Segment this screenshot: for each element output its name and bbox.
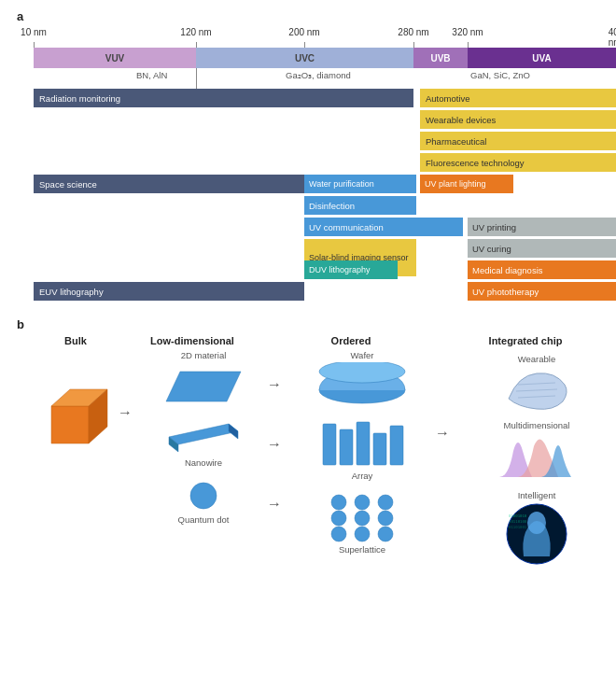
vuv-band: VUV <box>34 48 196 68</box>
svg-point-28 <box>527 512 546 534</box>
svg-point-21 <box>331 527 346 541</box>
bar-uv-curing: UV curing <box>468 239 616 258</box>
uva-label: UVA <box>532 53 551 63</box>
app-row-uv-comm: UV communication UV printing <box>34 218 616 236</box>
label-fluoro: Fluorescence technology <box>426 158 525 168</box>
shape-array: Array <box>315 415 409 481</box>
svg-point-9 <box>319 362 405 383</box>
app-row-euv: EUV lithography UV phototherapy <box>34 282 616 301</box>
svg-point-16 <box>355 495 370 510</box>
svg-point-18 <box>331 511 346 526</box>
label-space: Space science <box>39 179 97 190</box>
bar-phototherapy: UV phototherapy <box>468 282 616 301</box>
app-row-duv: DUV lithography Medical diagnosis <box>34 260 616 279</box>
shape-nanowire: Nanowire <box>161 416 245 468</box>
label-intelligent: Intelligent <box>518 490 556 500</box>
bar-radiation-monitoring: Radiation monitoring <box>34 89 413 107</box>
multidim-icon <box>495 432 579 483</box>
shape-wafer: Wafer <box>315 350 409 411</box>
label-euv: EUV lithography <box>39 287 104 297</box>
col-headers: Bulk Low-dimensional Ordered Integrated … <box>34 335 616 346</box>
intelligent-icon: 01001010 10110100 01101001 <box>505 502 568 566</box>
part-b-content: → 2D material <box>34 350 616 566</box>
shape-quantum-dot: Quantum dot <box>178 477 230 525</box>
section-b-label: b <box>17 317 599 331</box>
integrated-wearable: Wearable <box>457 354 616 413</box>
bulk-col <box>34 350 118 445</box>
bar-disinfection: Disinfection <box>304 196 416 215</box>
material-ga2o3: Ga₂O₃, diamond <box>286 70 351 80</box>
app-row-wearable: Wearable devices <box>34 110 616 129</box>
part-b: b Bulk Low-dimensional Ordered Integrate… <box>17 317 599 566</box>
superlattice-icon <box>325 488 399 544</box>
material-gan: GaN, SiC, ZnO <box>470 70 530 80</box>
svg-text:01001010: 01001010 <box>509 513 527 518</box>
quantum-dot-icon <box>185 477 222 514</box>
bar-pharma: Pharmaceutical <box>420 132 616 150</box>
svg-marker-4 <box>169 424 238 444</box>
label-2d-material: 2D material <box>181 350 227 360</box>
label-wearable-int: Wearable <box>518 354 556 364</box>
label-array: Array <box>352 471 373 481</box>
bulk-cube-icon <box>42 378 109 445</box>
array-icon <box>315 415 409 471</box>
svg-marker-3 <box>166 372 241 401</box>
col-header-ordered: Ordered <box>267 335 435 346</box>
label-radiation: Radiation monitoring <box>39 93 120 104</box>
app-row-space: Space science Water purification UV plan… <box>34 175 616 193</box>
integrated-col: Wearable Multidimensional <box>457 350 616 566</box>
label-uv-curing: UV curing <box>472 244 511 254</box>
arrow-bulk-to-lowdim: → <box>118 350 140 421</box>
wearable-icon <box>499 366 574 413</box>
wafer-icon <box>315 362 409 411</box>
svg-point-7 <box>190 483 217 509</box>
arrow3: → <box>267 496 289 513</box>
label-pharma: Pharmaceutical <box>426 136 486 147</box>
svg-point-17 <box>378 495 393 510</box>
bar-fluoro: Fluorescence technology <box>420 153 616 172</box>
shape-2d: 2D material <box>161 350 245 411</box>
vuv-label: VUV <box>105 53 125 63</box>
bar-duv: DUV lithography <box>304 260 398 279</box>
nm-120: 120 nm <box>180 27 211 37</box>
nanowire-icon <box>161 416 245 457</box>
nm-280: 280 nm <box>398 27 428 37</box>
part-a: a 10 nm 120 nm 200 nm 280 nm 320 nm 400 … <box>17 9 599 301</box>
svg-point-22 <box>355 527 370 541</box>
svg-rect-14 <box>390 426 403 465</box>
bar-medical: Medical diagnosis <box>468 260 616 279</box>
nm-320: 320 nm <box>452 27 483 37</box>
bar-uv-plant: UV plant lighting <box>420 175 513 193</box>
app-row-solar: Solar-blind imaging sensor UV curing <box>34 239 616 258</box>
svg-point-20 <box>378 511 393 526</box>
app-row-fluoro: Fluorescence technology <box>34 153 616 172</box>
label-phototherapy: UV phototherapy <box>472 287 539 297</box>
label-automotive: Automotive <box>426 93 470 104</box>
svg-marker-0 <box>51 406 89 443</box>
uvb-band: UVB <box>413 48 468 68</box>
app-row-radiation: Radiation monitoring Automotive <box>34 89 616 107</box>
bar-automotive: Automotive <box>420 89 616 107</box>
label-nanowire: Nanowire <box>185 457 222 468</box>
app-row-pharma: Pharmaceutical <box>34 132 616 150</box>
col-header-integrated: Integrated chip <box>435 335 616 346</box>
svg-text:01101001: 01101001 <box>509 525 527 529</box>
nm-10: 10 nm <box>21 27 47 37</box>
svg-point-19 <box>355 511 370 526</box>
svg-marker-6 <box>229 424 238 439</box>
svg-rect-13 <box>373 433 386 465</box>
bar-uv-comm: UV communication <box>304 218 463 236</box>
2d-material-icon <box>161 362 245 411</box>
svg-rect-11 <box>340 429 353 465</box>
label-uv-comm: UV communication <box>309 222 384 232</box>
arrow-ordered-to-integrated: → <box>435 350 457 442</box>
label-wearable: Wearable devices <box>426 115 496 125</box>
label-uv-printing: UV printing <box>472 222 516 232</box>
bar-wearable: Wearable devices <box>420 110 616 129</box>
svg-point-23 <box>378 527 393 541</box>
uva-band: UVA <box>468 48 616 68</box>
svg-point-15 <box>331 495 346 510</box>
shape-superlattice: Superlattice <box>325 488 399 555</box>
label-quantum-dot: Quantum dot <box>178 514 230 525</box>
col-header-lowdim: Low-dimensional <box>118 335 267 346</box>
